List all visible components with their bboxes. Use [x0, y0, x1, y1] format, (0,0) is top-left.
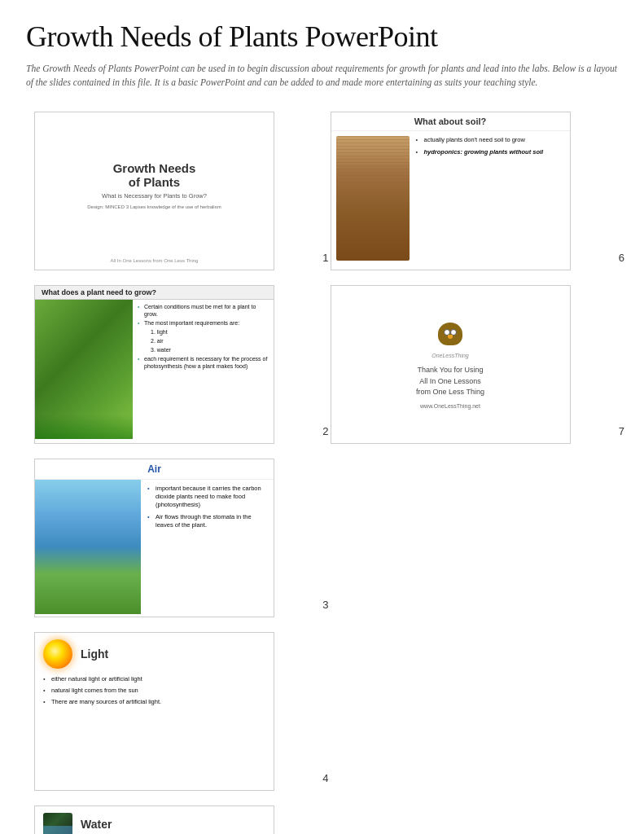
slide-cell-empty-2 — [322, 626, 619, 799]
slide-6: What about soil? actually plants don't n… — [331, 112, 571, 270]
slide6-body: actually plants don't need soil to grow … — [331, 131, 570, 266]
slide6-bullet-1: actually plants don't need soil to grow — [416, 136, 565, 144]
slide1-footer: All In One Lessons from One Less Thing — [111, 258, 199, 263]
slide-cell-3: Air important because it carries the car… — [26, 452, 322, 626]
slide-number-6: 6 — [619, 252, 624, 264]
sun-icon — [43, 639, 72, 669]
slide2-sub-1: 1. light — [138, 328, 269, 336]
slide7-text: Thank You for UsingAll In One Lessonsfro… — [416, 365, 484, 398]
slide7-logo: OneLessThing — [432, 353, 469, 358]
slide-cell-1: Growth Needsof Plants What is Necessary … — [26, 105, 322, 279]
owl-icon — [434, 319, 467, 348]
slide-7: OneLessThing Thank You for UsingAll In O… — [331, 285, 571, 444]
slide1-title: Growth Needsof Plants — [113, 161, 196, 189]
slide-wrapper-2: What does a plant need to grow? Certain … — [34, 285, 314, 444]
slide3-bullet-1: important because it carries the carbon … — [147, 485, 267, 509]
slide5-header: Water — [43, 813, 265, 835]
slide1-credit: Design: MINCED 3 Lapses knowledge of the… — [87, 204, 221, 209]
owl-body — [438, 323, 462, 345]
slide3-image — [35, 480, 141, 614]
slide3-bullet-2: Air flows through the stomata in the lea… — [147, 513, 267, 529]
slide-1: Growth Needsof Plants What is Necessary … — [34, 112, 274, 270]
slide2-image — [35, 300, 133, 439]
slide2-header: What does a plant need to grow? — [35, 286, 274, 300]
slide2-body: Certain conditions must be met for a pla… — [35, 300, 274, 439]
slide-4: Light either natural light or artificial… — [34, 632, 274, 791]
slide2-bullet-1: Certain conditions must be met for a pla… — [138, 303, 269, 318]
slide4-bullet-3: There are many sources of artificial lig… — [43, 698, 265, 706]
slide4-text: either natural light or artificial light… — [43, 675, 265, 706]
slide-2: What does a plant need to grow? Certain … — [34, 285, 274, 444]
slide-3: Air important because it carries the car… — [34, 459, 274, 617]
slide-cell-7: OneLessThing Thank You for UsingAll In O… — [322, 279, 619, 452]
slide-wrapper-4: Light either natural light or artificial… — [34, 632, 314, 791]
slide-number-7: 7 — [619, 425, 624, 437]
slide4-title: Light — [81, 647, 108, 661]
slide-cell-empty — [322, 452, 619, 626]
water-icon — [43, 813, 72, 835]
slide3-header: Air — [35, 459, 274, 480]
slide7-url: www.OneLessThing.net — [420, 403, 480, 409]
slide-wrapper-5: Water flows from the roots throughout th… — [34, 805, 314, 835]
slide-wrapper-6: What about soil? actually plants don't n… — [331, 112, 611, 270]
slide-cell-5: Water flows from the roots throughout th… — [26, 799, 322, 835]
slide-wrapper-7: OneLessThing Thank You for UsingAll In O… — [331, 285, 611, 444]
slide-cell-2: What does a plant need to grow? Certain … — [26, 279, 322, 452]
slide-cell-6: What about soil? actually plants don't n… — [322, 105, 619, 279]
slide-wrapper-1: Growth Needsof Plants What is Necessary … — [34, 112, 314, 270]
slides-grid: Growth Needsof Plants What is Necessary … — [26, 105, 618, 835]
page-title: Growth Needs of Plants PowerPoint — [26, 20, 618, 54]
slide-5: Water flows from the roots throughout th… — [34, 805, 274, 835]
slide4-header: Light — [43, 639, 265, 669]
slide5-title: Water — [81, 818, 112, 831]
owl-beak — [448, 335, 453, 339]
slide1-subtitle: What is Necessary for Plants to Grow? — [102, 192, 207, 200]
slide6-header: What about soil? — [331, 112, 570, 131]
slide-cell-4: Light either natural light or artificial… — [26, 626, 322, 799]
slide-cell-empty-3 — [322, 799, 619, 835]
slide6-image — [336, 136, 410, 261]
slide2-text: Certain conditions must be met for a pla… — [133, 300, 274, 439]
page-description: The Growth Needs of Plants PowerPoint ca… — [26, 62, 618, 90]
slide6-text: actually plants don't need soil to grow … — [416, 136, 565, 261]
slide6-bullet-2: hydroponics: growing plants without soil — [416, 148, 565, 156]
slide2-bullet-3: each requirement is necessary for the pr… — [138, 355, 269, 370]
slide4-bullet-2: natural light comes from the sun — [43, 687, 265, 695]
slide3-text: important because it carries the carbon … — [141, 480, 274, 614]
slide2-bullet-2: The most important requirements are: — [138, 319, 269, 327]
slide2-sub-2: 2. air — [138, 337, 269, 345]
slide4-bullet-1: either natural light or artificial light — [43, 675, 265, 683]
slide2-sub-3: 3. water — [138, 346, 269, 353]
slide-wrapper-3: Air important because it carries the car… — [34, 459, 314, 617]
slide3-body: important because it carries the carbon … — [35, 480, 274, 614]
